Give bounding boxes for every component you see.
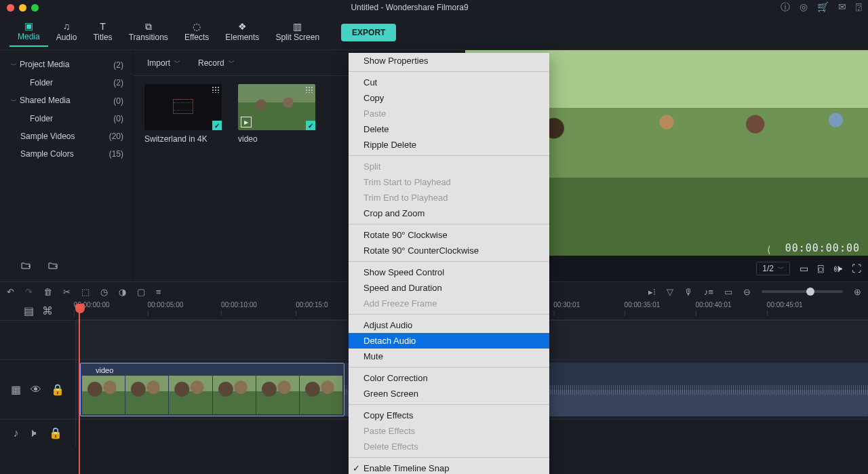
ctx-color-correction[interactable]: Color Correction — [349, 370, 549, 386]
ctx-copy-effects[interactable]: Copy Effects — [349, 408, 549, 423]
ctx-green-screen[interactable]: Green Screen — [349, 386, 549, 401]
ctx-speed-duration[interactable]: Speed and Duration — [349, 280, 549, 296]
info-icon[interactable]: ⓘ — [781, 1, 790, 14]
close-window-icon[interactable] — [7, 4, 14, 12]
lock-icon[interactable]: 🔒 — [49, 427, 62, 439]
green-screen-icon[interactable]: ▢ — [137, 287, 145, 297]
ctx-crop-zoom[interactable]: Crop and Zoom — [349, 205, 549, 221]
account-icon[interactable]: ◎ — [800, 1, 808, 14]
tab-effects[interactable]: ◌Effects — [176, 19, 217, 46]
crop-icon[interactable]: ⬚ — [81, 287, 90, 297]
sidebar-item-project-folder[interactable]: Folder (2) — [0, 74, 133, 92]
adjust-icon[interactable]: ≡ — [156, 287, 161, 297]
lock-icon[interactable]: 🔒 — [51, 383, 64, 396]
slider-knob[interactable] — [806, 288, 814, 296]
zoom-out-icon[interactable]: ⊖ — [743, 287, 751, 297]
ctx-cut[interactable]: Cut — [349, 75, 549, 90]
sidebar-item-sample-videos[interactable]: Sample Videos (20) — [0, 127, 133, 145]
link-icon[interactable]: ⌘ — [42, 304, 53, 317]
tab-elements[interactable]: ❖Elements — [217, 19, 267, 46]
tab-split-screen[interactable]: ▥Split Screen — [267, 19, 328, 46]
thumb-label: video — [238, 134, 315, 144]
ctx-ripple-delete[interactable]: Ripple Delete — [349, 137, 549, 153]
sidebar-item-project-media[interactable]: ﹀Project Media (2) — [0, 56, 133, 74]
chevron-down-icon: ﹀ — [11, 62, 17, 68]
cart-icon[interactable]: 🛒 — [817, 1, 829, 14]
tab-transitions[interactable]: ⧉Transitions — [121, 19, 176, 46]
speed-icon[interactable]: ◷ — [100, 287, 108, 297]
ctx-rotate-ccw[interactable]: Rotate 90° CounterClockwise — [349, 243, 549, 258]
volume-icon[interactable]: 🕪 — [833, 263, 842, 274]
ctx-mute[interactable]: Mute — [349, 349, 549, 364]
minimize-window-icon[interactable] — [19, 4, 26, 12]
mixer-icon[interactable]: ♪≡ — [704, 287, 713, 297]
export-button[interactable]: EXPORT — [341, 24, 396, 41]
transition-icon: ⧉ — [145, 22, 152, 31]
snapshot-icon[interactable]: ⌼ — [818, 263, 823, 274]
ruler-tick: 00:00:45:01 — [767, 301, 803, 309]
delete-icon[interactable]: 🗑 — [43, 287, 52, 297]
ctx-split: Split — [349, 159, 549, 174]
module-tabs: ▣Media ♫Audio TTitles ⧉Transitions ◌Effe… — [0, 15, 868, 50]
marker-icon[interactable]: ▽ — [667, 287, 673, 297]
ctx-rotate-cw[interactable]: Rotate 90° Clockwise — [349, 227, 549, 243]
redo-icon[interactable]: ↷ — [25, 287, 33, 297]
ctx-adjust-audio[interactable]: Adjust Audio — [349, 317, 549, 333]
visibility-icon[interactable]: 👁 — [31, 384, 41, 396]
import-dropdown[interactable]: Import﹀ — [142, 56, 186, 71]
separator — [349, 314, 549, 315]
zoom-window-icon[interactable] — [31, 4, 39, 12]
thumbnail-image: ✓ — [144, 84, 222, 130]
sidebar-label: Folder — [30, 78, 53, 87]
clip-label: video — [96, 366, 113, 374]
ctx-delete[interactable]: Delete — [349, 121, 549, 137]
clip-thumbnails — [82, 376, 342, 414]
record-label: Record — [198, 58, 224, 68]
tab-titles[interactable]: TTitles — [85, 19, 120, 46]
tab-audio[interactable]: ♫Audio — [48, 19, 85, 46]
music-note-icon[interactable]: ♪ — [14, 427, 19, 439]
notification-icon[interactable]: ⍰ — [856, 1, 861, 14]
ctx-detach-audio[interactable]: Detach Audio — [349, 333, 549, 349]
ctx-speed-control[interactable]: Show Speed Control — [349, 264, 549, 280]
mute-icon[interactable]: 🕨 — [28, 427, 39, 439]
video-clip[interactable]: video — [80, 363, 344, 416]
text-icon: T — [100, 22, 106, 31]
message-icon[interactable]: ✉ — [838, 1, 846, 14]
media-thumb-video[interactable]: ▶ ✓ video — [238, 84, 315, 144]
playhead[interactable] — [79, 309, 80, 474]
thumb-label: Switzerland in 4K — [144, 134, 222, 144]
keyframe-icon[interactable]: ▭ — [724, 287, 732, 297]
track-gutter: ▦ 👁 🔒 — [0, 360, 76, 419]
ruler-tick: 00:00:35:01 — [625, 301, 660, 309]
render-icon[interactable]: ▸⁝ — [648, 287, 656, 297]
manage-tracks-icon[interactable]: ▤ — [24, 304, 34, 317]
sidebar-item-sample-colors[interactable]: Sample Colors (15) — [0, 145, 133, 163]
quality-icon[interactable]: ▭ — [800, 263, 808, 274]
chevron-down-icon: ﹀ — [229, 58, 235, 67]
split-icon[interactable]: ✂ — [63, 287, 71, 297]
filmstrip-icon[interactable]: ▦ — [11, 383, 21, 396]
ctx-paste: Paste — [349, 106, 549, 121]
tab-media[interactable]: ▣Media — [9, 18, 48, 47]
zoom-in-icon[interactable]: ⊕ — [854, 287, 861, 297]
fullscreen-icon[interactable]: ⛶ — [852, 263, 861, 274]
record-voiceover-icon[interactable]: 🎙 — [684, 287, 693, 297]
media-thumb-switzerland[interactable]: ✓ Switzerland in 4K — [144, 84, 222, 144]
preview-scale-dropdown[interactable]: 1/2﹀ — [756, 262, 790, 275]
record-dropdown[interactable]: Record﹀ — [193, 56, 240, 71]
ctx-show-properties[interactable]: Show Properties — [349, 53, 549, 68]
zoom-slider[interactable] — [762, 290, 843, 293]
sidebar-item-shared-media[interactable]: ﹀Shared Media (0) — [0, 92, 133, 110]
undo-icon[interactable]: ↶ — [7, 287, 14, 297]
ctx-timeline-snap[interactable]: Enable Timeline Snap — [349, 460, 549, 474]
sidebar-label: Project Media — [20, 60, 69, 69]
chevron-down-icon: ﹀ — [11, 98, 17, 104]
sidebar-item-shared-folder[interactable]: Folder (0) — [0, 110, 133, 127]
color-icon[interactable]: ◑ — [119, 287, 126, 297]
preview-timecode: 00:00:00:00 — [785, 242, 860, 254]
ctx-copy[interactable]: Copy — [349, 90, 549, 106]
new-folder-icon[interactable] — [20, 260, 31, 271]
delete-folder-icon[interactable] — [47, 260, 58, 271]
chevron-down-icon: ﹀ — [174, 58, 180, 67]
